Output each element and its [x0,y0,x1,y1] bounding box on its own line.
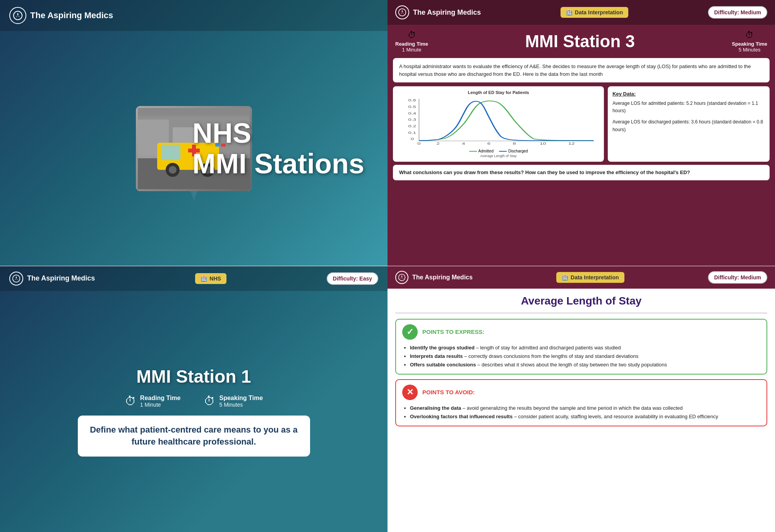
tr-chart-title: Length of ED Stay for Patients [397,90,600,95]
svg-text:6: 6 [487,142,491,146]
express-item2-rest: – correctly draws conclusions from the l… [463,353,639,359]
avoid-item2-bold: Overlooking factors that influenced resu… [410,414,513,419]
tr-question-text: A hospital administrator wants to evalua… [399,63,751,77]
br-badge-icon: 🏥 [562,274,568,281]
avoid-item2-rest: – consider patient acuity, staffing leve… [513,414,718,419]
bl-header: The Aspiring Medics 🏥 NHS Difficulty: Ea… [0,266,388,291]
tr-header-left: The Aspiring Medics [395,5,481,19]
tr-reading-time: ⏱ Reading Time 1 Minute [395,30,428,53]
svg-rect-7 [161,145,180,160]
bl-header-left: The Aspiring Medics [9,272,95,286]
bl-brand-name: The Aspiring Medics [27,274,95,282]
tr-speaking-time: ⏱ Speaking Time 5 Minutes [732,30,767,53]
tr-station-bar: ⏱ Reading Time 1 Minute MMI Station 3 ⏱ … [388,25,775,56]
bl-badge-icon: 🏥 [201,275,207,282]
tr-legend-dot-discharged [499,151,507,152]
tr-speaking-label: Speaking Time [732,41,767,47]
svg-text:4: 4 [462,142,465,146]
tr-speaking-val: 5 Minutes [739,47,760,53]
express-item1-bold: Identify the groups studied [410,345,475,351]
tr-key-title: Key Data: [612,91,765,97]
svg-text:0.4: 0.4 [408,111,417,115]
bl-speaking-time: ⏱ Speaking Time 5 Minutes [204,395,263,408]
tl-brand-name: The Aspiring Medics [30,10,113,21]
tl-header: The Aspiring Medics [0,0,388,31]
br-points-avoid-header: ✕ POINTS TO AVOID: [402,385,760,400]
bl-logo [9,272,23,286]
br-points-express-section: ✓ POINTS TO EXPRESS: Identify the groups… [395,319,767,375]
bl-station-title: MMI Station 1 [136,366,251,387]
tr-logo [395,5,409,19]
svg-text:0.2: 0.2 [408,124,417,128]
tr-key-box: Key Data: Average LOS for admitted patie… [608,86,770,162]
br-content: Average Length of Stay ✓ POINTS TO EXPRE… [388,289,775,532]
br-brand-name: The Aspiring Medics [412,274,473,281]
tr-station-number: MMI Station 3 [525,32,635,51]
svg-text:2: 2 [437,142,440,146]
bl-speaking-val: 5 Minutes [219,402,263,408]
br-difficulty-badge: Difficulty: Medium [708,271,767,284]
bl-difficulty-badge: Difficulty: Easy [327,272,378,285]
list-item: Interprets data results – correctly draw… [410,352,760,361]
bottom-left-panel: The Aspiring Medics 🏥 NHS Difficulty: Ea… [0,266,388,532]
bl-reading-clock-icon: ⏱ [125,395,136,408]
svg-text:0: 0 [417,142,421,146]
tr-speaking-clock-icon: ⏱ [745,30,754,40]
br-points-express-list: Identify the groups studied – length of … [402,344,760,369]
tr-header: The Aspiring Medics 🏥 Data Interpretatio… [388,0,775,25]
bl-reading-text: Reading Time 1 Minute [140,395,181,408]
br-points-express-title: POINTS TO EXPRESS: [422,328,485,335]
br-points-avoid-section: ✕ POINTS TO AVOID: Generalising the data… [395,379,767,426]
tr-badge: 🏥 Data Interpretation [561,7,628,18]
tr-key-item1: Average LOS for admitted patients: 5.2 h… [612,100,765,115]
tr-difficulty-badge: Difficulty: Medium [708,6,767,19]
bl-reading-val: 1 Minute [140,402,181,408]
tr-legend-discharged-label: Discharged [508,149,528,153]
svg-text:10: 10 [540,142,546,146]
br-green-check-icon: ✓ [402,324,418,340]
top-right-panel: The Aspiring Medics 🏥 Data Interpretatio… [388,0,775,266]
avoid-item1-bold: Generalising the data [410,405,461,411]
bl-timing-row: ⏱ Reading Time 1 Minute ⏱ Speaking Time … [125,395,263,408]
tr-x-label: Average Length of Stay [397,154,600,158]
tr-chart-box: Length of ED Stay for Patients 0.6 0.5 0… [393,86,604,162]
bl-badge-label: NHS [209,275,221,282]
bl-speaking-clock-icon: ⏱ [204,395,215,408]
title-line1: NHS [192,118,364,148]
br-points-express-header: ✓ POINTS TO EXPRESS: [402,324,760,340]
svg-text:0.1: 0.1 [408,131,417,135]
express-item2-bold: Interprets data results [410,353,463,359]
bl-reading-label: Reading Time [140,395,181,402]
tr-legend-admitted-label: Admitted [478,149,494,153]
br-header: The Aspiring Medics 🏥 Data Interpretatio… [388,266,775,289]
nhs-title: NHS MMI Stations [192,118,364,179]
br-points-avoid-list: Generalising the data – avoid generalizi… [402,404,760,421]
br-header-left: The Aspiring Medics [395,271,473,284]
bl-reading-time: ⏱ Reading Time 1 Minute [125,395,181,408]
tr-reading-val: 1 Minute [402,47,422,53]
br-points-avoid-title: POINTS TO AVOID: [422,389,475,395]
br-badge-label: Data Interpretation [571,274,619,281]
br-badge: 🏥 Data Interpretation [556,272,624,283]
tr-reading-label: Reading Time [395,41,428,47]
list-item: Generalising the data – avoid generalizi… [410,404,760,412]
tr-legend-dot-admitted [469,151,477,152]
bl-badge: 🏥 NHS [195,273,226,284]
tr-chart-area: 0.6 0.5 0.4 0.3 0.2 0.1 0 0 2 4 6 8 [397,97,600,147]
express-item3-bold: Offers suitable conclusions [410,362,476,368]
tr-key-item2: Average LOS for discharged patients: 3.6… [612,118,765,133]
express-item1-rest: – length of stay for admitted and discha… [475,345,621,351]
svg-text:0.5: 0.5 [408,105,417,109]
bl-speaking-text: Speaking Time 5 Minutes [219,395,263,408]
br-main-title: Average Length of Stay [395,295,767,307]
tl-logo [9,7,26,24]
tr-legend-admitted: Admitted [469,149,494,153]
express-item3-rest: – describes what it shows about the leng… [476,362,667,368]
bottom-right-panel: The Aspiring Medics 🏥 Data Interpretatio… [388,266,775,532]
svg-text:8: 8 [513,142,516,146]
tl-content: ♥ [0,31,388,266]
svg-text:0: 0 [411,137,414,141]
avoid-item1-rest: – avoid generalizing the results beyond … [461,405,682,411]
bl-content: MMI Station 1 ⏱ Reading Time 1 Minute ⏱ … [0,291,388,532]
br-divider [395,313,767,313]
